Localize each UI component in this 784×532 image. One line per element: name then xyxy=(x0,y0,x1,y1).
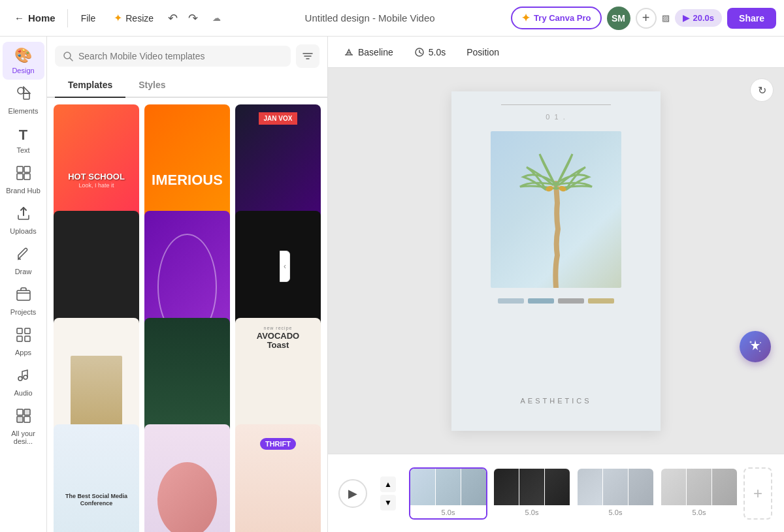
track-duration: 5.0s xyxy=(494,507,570,518)
sidebar: 🎨 Design Elements T Text Brand Hub Uploa… xyxy=(0,37,47,532)
play-button[interactable]: ▶ xyxy=(338,479,367,508)
page-controls: ▲ ▼ xyxy=(375,477,401,510)
timeline-track[interactable]: 5.0s xyxy=(493,467,571,520)
svg-rect-6 xyxy=(24,174,30,180)
sidebar-item-projects[interactable]: Projects xyxy=(3,282,44,321)
timeline-track[interactable]: 5.0s xyxy=(409,467,487,520)
save-status-button[interactable]: ☁ xyxy=(204,9,229,27)
svg-rect-4 xyxy=(24,166,30,172)
swatch-1 xyxy=(498,298,524,304)
add-collaborator-button[interactable]: + xyxy=(636,8,657,29)
swatch-3 xyxy=(558,298,584,304)
sidebar-item-brand-hub[interactable]: Brand Hub xyxy=(3,161,44,200)
topbar-left: ← Home File ✦ Resize ↶ ↷ ☁ xyxy=(8,8,229,28)
tab-templates[interactable]: Templates xyxy=(55,73,125,98)
resize-icon: ✦ xyxy=(114,12,122,24)
filter-button[interactable] xyxy=(296,44,319,68)
search-bar xyxy=(47,37,327,73)
page-prev-button[interactable]: ▲ xyxy=(380,477,396,492)
svg-rect-9 xyxy=(17,328,22,334)
uploads-icon xyxy=(16,206,31,225)
sidebar-label-uploads: Uploads xyxy=(10,227,36,235)
user-avatar[interactable]: SM xyxy=(607,7,630,30)
track-duration: 5.0s xyxy=(578,507,653,518)
template-card[interactable]: THRIFT WITH ME! ▶ xyxy=(235,424,321,532)
timeline-track[interactable]: 5.0s xyxy=(660,467,738,520)
redo-button[interactable]: ↷ xyxy=(184,8,202,28)
tab-styles[interactable]: Styles xyxy=(125,73,178,98)
duration-button[interactable]: 5.0s xyxy=(409,43,451,61)
timeline-track[interactable]: 5.0s xyxy=(576,467,655,520)
canvas-top-line xyxy=(501,104,611,105)
template-card[interactable]: ▶ xyxy=(144,424,230,532)
timeline: ▶ ▲ ▼ 5.0s xyxy=(328,454,784,532)
home-button[interactable]: ← Home xyxy=(8,8,62,27)
canvas-content: 0 1 . xyxy=(451,91,661,431)
svg-rect-17 xyxy=(17,416,23,422)
svg-rect-3 xyxy=(17,166,23,172)
svg-rect-5 xyxy=(17,174,23,180)
svg-rect-18 xyxy=(24,416,30,422)
svg-point-31 xyxy=(750,341,752,343)
sidebar-item-apps[interactable]: Apps xyxy=(3,322,44,362)
position-button[interactable]: Position xyxy=(461,43,504,61)
canvas-photo xyxy=(491,131,621,288)
share-button[interactable]: Share xyxy=(727,8,776,29)
timer-button[interactable]: ▶ 20.0s xyxy=(675,9,723,27)
topbar-right: ✦ Try Canva Pro SM + ▨ ▶ 20.0s Share xyxy=(511,7,776,30)
try-pro-button[interactable]: ✦ Try Canva Pro xyxy=(511,7,601,29)
track-preview xyxy=(494,469,570,507)
color-swatches xyxy=(498,298,614,304)
add-scene-button[interactable]: + xyxy=(743,467,772,520)
text-icon: T xyxy=(19,127,27,144)
sidebar-item-design[interactable]: 🎨 Design xyxy=(3,42,44,80)
sidebar-item-draw[interactable]: Draw xyxy=(3,242,44,281)
sidebar-item-text[interactable]: T Text xyxy=(3,121,44,159)
timeline-tracks: 5.0s 5.0s xyxy=(409,467,774,520)
file-button[interactable]: File xyxy=(73,9,104,27)
search-input[interactable] xyxy=(78,51,283,61)
template-card[interactable]: The Best Social Media Conference ▶ xyxy=(54,424,139,532)
swatch-2 xyxy=(528,298,554,304)
swatch-4 xyxy=(588,298,614,304)
try-pro-label: Try Canva Pro xyxy=(534,13,591,23)
resize-button[interactable]: ✦ Resize xyxy=(106,8,161,28)
sidebar-label-brand-hub: Brand Hub xyxy=(6,187,41,195)
track-preview xyxy=(661,469,737,507)
sidebar-item-uploads[interactable]: Uploads xyxy=(3,201,44,240)
design-icon: 🎨 xyxy=(14,47,32,64)
undo-button[interactable]: ↶ xyxy=(164,8,182,28)
duration-label: 5.0s xyxy=(429,47,446,57)
tab-bar: Templates Styles xyxy=(47,73,327,98)
magic-button[interactable] xyxy=(740,331,771,362)
projects-icon xyxy=(16,287,31,305)
page-next-button[interactable]: ▼ xyxy=(380,495,396,510)
sidebar-label-elements: Elements xyxy=(8,107,39,115)
canvas-area: Baseline 5.0s Position 0 1 . xyxy=(328,37,784,532)
svg-rect-10 xyxy=(25,328,30,334)
svg-rect-12 xyxy=(25,336,30,341)
sidebar-label-projects: Projects xyxy=(10,308,37,316)
sidebar-item-elements[interactable]: Elements xyxy=(3,81,44,120)
topbar-divider xyxy=(67,9,68,27)
draw-icon xyxy=(16,247,31,265)
hide-panel-button[interactable]: ‹ xyxy=(280,251,290,282)
baseline-button[interactable]: Baseline xyxy=(338,43,399,61)
design-canvas[interactable]: 0 1 . xyxy=(451,91,661,431)
clock-icon xyxy=(414,47,425,57)
canvas-toolbar: Baseline 5.0s Position xyxy=(328,37,784,68)
analytics-button[interactable]: ▨ xyxy=(662,13,670,23)
main-content: 🎨 Design Elements T Text Brand Hub Uploa… xyxy=(0,37,784,532)
sidebar-label-apps: Apps xyxy=(15,349,31,356)
document-title: Untitled design - Mobile Video xyxy=(234,12,506,23)
sidebar-label-design: Design xyxy=(12,67,34,74)
svg-rect-1 xyxy=(24,93,29,99)
rotate-handle[interactable]: ↻ xyxy=(750,78,774,102)
svg-line-20 xyxy=(70,58,73,61)
templates-grid: HOT SCHOOL Look, I hate it ▶ IMERIOUS ▶ … xyxy=(47,98,327,532)
canvas-bottom-text: AESTHETICS xyxy=(520,397,591,405)
svg-rect-16 xyxy=(24,409,30,415)
templates-panel: Templates Styles HOT SCHOOL Look, I hate… xyxy=(47,37,328,532)
sidebar-item-all-designs[interactable]: All your desi... xyxy=(3,403,44,450)
sidebar-item-audio[interactable]: Audio xyxy=(3,363,44,402)
